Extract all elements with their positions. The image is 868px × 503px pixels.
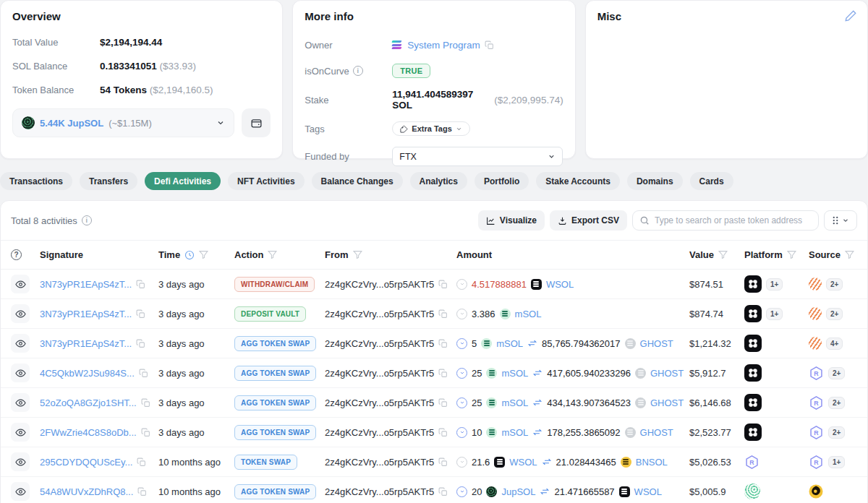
signature-link[interactable]: 4C5QkbW2JSu984S...: [40, 368, 135, 379]
count-badge[interactable]: 1+: [828, 456, 845, 468]
edit-misc-button[interactable]: [844, 9, 857, 25]
preview-row-button[interactable]: [11, 423, 30, 442]
action-badge[interactable]: TOKEN SWAP: [234, 455, 297, 470]
action-badge[interactable]: DEPOSIT VAULT: [234, 306, 306, 322]
copy-signature-button[interactable]: [136, 309, 145, 319]
tab-defi-activities[interactable]: Defi Activities: [145, 172, 221, 190]
r-hexagon-icon[interactable]: R: [809, 395, 824, 410]
signature-link[interactable]: 3N73yPR1EApS4zT...: [40, 309, 132, 319]
from-address-link[interactable]: 2z4gKCzVry...o5rp5AKTr5: [325, 338, 434, 349]
copy-from-button[interactable]: [438, 457, 448, 467]
copy-signature-button[interactable]: [137, 457, 146, 467]
token-2-link[interactable]: GHOST: [640, 427, 673, 438]
tab-stake-accounts[interactable]: Stake Accounts: [536, 172, 620, 190]
r-hexagon-icon[interactable]: R: [809, 425, 824, 440]
filter-icon[interactable]: [353, 250, 362, 259]
export-csv-button[interactable]: Export CSV: [550, 210, 627, 231]
token-2-link[interactable]: GHOST: [650, 397, 684, 408]
tab-analytics[interactable]: Analytics: [410, 172, 467, 190]
copy-from-button[interactable]: [438, 428, 448, 437]
from-address-link[interactable]: 2z4gKCzVry...o5rp5AKTr5: [325, 457, 434, 468]
count-badge[interactable]: 2+: [828, 367, 845, 379]
copy-signature-button[interactable]: [136, 280, 145, 289]
clock-icon[interactable]: [184, 250, 195, 260]
extra-tags-button[interactable]: Extra Tags: [392, 121, 469, 136]
owner-link[interactable]: System Program: [407, 40, 480, 51]
jupiter-platform-icon[interactable]: [744, 394, 762, 411]
token-1-link[interactable]: WSOL: [509, 457, 537, 468]
tab-portfolio[interactable]: Portfolio: [475, 172, 529, 190]
help-icon[interactable]: ?: [11, 249, 22, 260]
token-2-link[interactable]: BNSOL: [636, 457, 668, 468]
copy-signature-button[interactable]: [136, 339, 145, 348]
signature-link[interactable]: 295CDYDQQUScEy...: [40, 457, 132, 468]
from-address-link[interactable]: 2z4gKCzVry...o5rp5AKTr5: [325, 427, 434, 438]
copy-from-button[interactable]: [438, 339, 448, 348]
preview-row-button[interactable]: [11, 304, 30, 323]
token-1-link[interactable]: mSOL: [515, 309, 542, 319]
count-badge[interactable]: 2+: [826, 308, 843, 320]
preview-row-button[interactable]: [11, 393, 30, 412]
tab-nft-activities[interactable]: NFT Activities: [228, 172, 305, 190]
orange-hatch-icon[interactable]: [809, 307, 822, 320]
count-badge[interactable]: 2+: [826, 278, 843, 291]
tab-transactions[interactable]: Transactions: [0, 172, 72, 190]
signature-link[interactable]: 3N73yPR1EApS4zT...: [40, 338, 132, 349]
copy-signature-button[interactable]: [139, 369, 148, 378]
jupiter-platform-icon[interactable]: [744, 275, 762, 293]
token-1-link[interactable]: mSOL: [501, 427, 528, 438]
jupiter-platform-icon[interactable]: [744, 335, 762, 352]
from-address-link[interactable]: 2z4gKCzVry...o5rp5AKTr5: [325, 397, 434, 408]
count-badge[interactable]: 2+: [828, 397, 845, 409]
preview-row-button[interactable]: [11, 482, 30, 501]
tab-balance-changes[interactable]: Balance Changes: [312, 172, 403, 190]
copy-signature-button[interactable]: [137, 487, 147, 496]
token-2-link[interactable]: GHOST: [640, 338, 673, 349]
preview-row-button[interactable]: [11, 275, 30, 293]
visualize-button[interactable]: Visualize: [478, 210, 545, 231]
signature-link[interactable]: 52oZoQA8GZjo1SHT...: [40, 397, 137, 408]
token-1-link[interactable]: WSOL: [546, 279, 574, 290]
count-badge[interactable]: 2+: [828, 426, 845, 439]
filter-icon[interactable]: [268, 250, 277, 259]
jupiter-platform-icon[interactable]: [744, 364, 762, 382]
from-address-link[interactable]: 2z4gKCzVry...o5rp5AKTr5: [325, 368, 434, 379]
filter-icon[interactable]: [845, 250, 854, 259]
filter-icon[interactable]: [718, 250, 728, 259]
r-hexagon-icon[interactable]: R: [809, 366, 824, 381]
action-badge[interactable]: AGG TOKEN SWAP: [234, 366, 316, 381]
r-hexagon-icon[interactable]: R: [744, 455, 760, 470]
orange-hatch-icon[interactable]: [809, 278, 822, 291]
copy-from-button[interactable]: [438, 369, 448, 378]
copy-from-button[interactable]: [438, 398, 448, 408]
action-badge[interactable]: AGG TOKEN SWAP: [234, 425, 316, 440]
tab-cards[interactable]: Cards: [690, 172, 733, 190]
tab-domains[interactable]: Domains: [627, 172, 683, 190]
action-badge[interactable]: WITHDRAW/CLAIM: [234, 277, 315, 292]
token-1-link[interactable]: JupSOL: [501, 486, 535, 497]
orange-hatch-icon[interactable]: [809, 337, 822, 350]
tab-transfers[interactable]: Transfers: [80, 172, 137, 190]
copy-owner-button[interactable]: [485, 40, 494, 50]
token-2-link[interactable]: GHOST: [650, 368, 684, 379]
action-badge[interactable]: AGG TOKEN SWAP: [234, 336, 316, 351]
portfolio-wallet-button[interactable]: [242, 108, 271, 137]
action-badge[interactable]: AGG TOKEN SWAP: [234, 395, 316, 410]
filter-icon[interactable]: [787, 250, 796, 259]
sanctum-swirl-icon[interactable]: [744, 483, 760, 499]
token-selector[interactable]: 5.44K JupSOL (~$1.15M): [12, 108, 234, 137]
token-1-link[interactable]: mSOL: [501, 368, 528, 379]
token-1-link[interactable]: mSOL: [501, 397, 528, 408]
filter-icon[interactable]: [199, 250, 208, 259]
column-settings-button[interactable]: [824, 210, 857, 231]
count-badge[interactable]: 1+: [766, 308, 783, 320]
copy-from-button[interactable]: [438, 309, 448, 319]
copy-from-button[interactable]: [438, 280, 448, 289]
count-badge[interactable]: 1+: [766, 278, 783, 291]
signature-link[interactable]: 54A8WUVxZDhRQ8...: [40, 486, 133, 497]
signature-link[interactable]: 2FWwZrie4C8S8oDb...: [40, 427, 137, 438]
preview-row-button[interactable]: [11, 452, 30, 471]
preview-row-button[interactable]: [11, 334, 30, 353]
from-address-link[interactable]: 2z4gKCzVry...o5rp5AKTr5: [325, 309, 434, 319]
preview-row-button[interactable]: [11, 364, 30, 382]
